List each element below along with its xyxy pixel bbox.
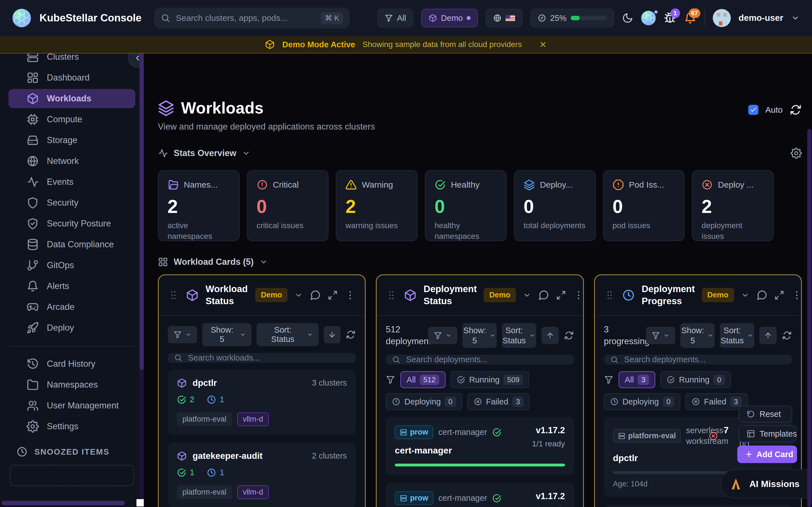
more-options-icon[interactable] [791,290,802,301]
refresh-icon[interactable] [346,330,356,340]
page-scrollbar[interactable] [807,129,811,507]
chip-failed[interactable]: Failed3 [467,393,530,410]
sidebar-item-alerts[interactable]: Alerts [8,277,135,296]
funnel-icon [604,375,613,385]
zoom-control[interactable]: 25% [530,9,614,27]
sort-select[interactable]: Sort: Status [720,323,754,348]
check-circle-icon [177,395,186,404]
comment-icon[interactable] [538,290,549,301]
templates-button[interactable]: Templates [739,425,797,442]
sort-select[interactable]: Sort: Status [257,323,319,346]
expand-icon[interactable] [327,290,338,300]
drag-handle-icon[interactable] [168,290,179,301]
sidebar-item-security-posture[interactable]: Security Posture [8,214,135,233]
drag-handle-icon[interactable] [386,290,397,301]
global-search[interactable]: ⌘ K [154,8,350,29]
refresh-icon[interactable] [782,330,792,341]
banner-close-icon[interactable] [539,40,547,49]
chip-running[interactable]: Running509 [451,371,529,388]
sidebar-item-dashboard[interactable]: Dashboard [8,68,135,87]
deployment-item-cert-manager[interactable]: prow cert-manager cert-manager v1.17.2 1… [386,417,574,475]
refresh-icon[interactable] [790,104,802,116]
sidebar-horizontal-scrollbar[interactable] [2,501,124,505]
ai-missions-button[interactable]: AI Missions [721,469,812,499]
deployment-search-input[interactable] [624,355,786,364]
more-options-icon[interactable] [345,290,356,301]
notifications-button[interactable]: 67 [684,12,696,24]
progress-item-gatekeeper-audit[interactable]: vllm-d gatekeeper-system gatekeeper-audi… [604,505,792,507]
check-circle-icon [492,428,502,437]
filter-button[interactable] [428,327,457,344]
snoozed-drop-zone[interactable] [10,465,134,486]
chip-failed[interactable]: Failed3 [686,393,748,410]
workload-item-dpctlr[interactable]: dpctlr 3 clusters 2 1 platform-eval vllm… [168,370,356,435]
drag-handle-icon[interactable] [604,290,615,301]
debug-bug-button[interactable]: 1 [664,12,676,24]
dark-mode-moon-icon[interactable] [622,12,633,24]
sidebar-scrollbar-thumb[interactable] [140,36,144,370]
show-select[interactable]: Show: 5 [462,323,497,348]
add-card-button[interactable]: Add Card [737,446,797,463]
sort-select[interactable]: Sort: Status [502,323,536,348]
sidebar-item-storage[interactable]: Storage [8,131,135,150]
sidebar-item-gitops[interactable]: GitOps [8,256,135,275]
comment-icon[interactable] [756,290,767,301]
sidebar-item-security[interactable]: Security [8,193,135,212]
filter-button[interactable] [168,326,197,343]
sidebar-item-user-management[interactable]: User Management [8,396,135,415]
tag-platform-eval: platform-eval [177,412,232,426]
auto-refresh-checkbox[interactable] [748,105,758,115]
sidebar-item-card-history[interactable]: Card History [8,354,135,374]
chip-deploying[interactable]: Deploying0 [604,393,680,410]
global-search-input[interactable] [175,13,316,23]
sidebar-item-workloads[interactable]: Workloads [8,89,135,108]
sidebar-item-namespaces[interactable]: Namespaces [8,375,135,394]
chip-all[interactable]: All3 [619,371,656,388]
sort-direction-button[interactable] [541,327,559,344]
filter-all-button[interactable]: All [377,9,413,27]
chip-all[interactable]: All512 [400,371,446,388]
chevron-down-icon[interactable] [741,291,749,299]
sidebar-item-deploy[interactable]: Deploy [8,318,135,337]
show-select[interactable]: Show: 5 [680,323,715,348]
zoom-slider[interactable] [571,16,607,20]
stats-settings-gear-icon[interactable] [791,148,802,159]
comment-icon[interactable] [310,290,321,301]
stat-sublabel: warning issues [345,220,408,231]
chevron-down-icon[interactable] [523,291,531,299]
chip-deploying[interactable]: Deploying0 [386,393,462,410]
sort-direction-button[interactable] [324,326,341,343]
show-select[interactable]: Show: 5 [202,323,252,346]
workload-search[interactable] [168,353,356,363]
workload-search-input[interactable] [188,353,350,363]
sidebar-item-arcade[interactable]: Arcade [8,297,135,317]
sidebar-item-events[interactable]: Events [8,172,135,191]
filter-button[interactable] [646,327,675,344]
sidebar-item-settings[interactable]: Settings [8,417,135,436]
refresh-icon[interactable] [564,330,574,341]
deployment-search-input[interactable] [405,355,567,364]
expand-icon[interactable] [774,290,784,300]
sort-direction-button[interactable] [759,327,777,344]
chevron-down-icon[interactable] [294,291,303,299]
more-options-icon[interactable] [573,290,583,301]
deployment-search[interactable] [386,355,574,364]
user-avatar[interactable] [713,9,731,27]
deployment-item-cainjector[interactable]: prow cert-manager cert-manager-cainjecto… [386,483,574,507]
reset-button[interactable]: Reset [739,406,792,422]
user-menu-chevron-icon[interactable] [791,14,800,22]
chevron-down-icon [259,258,268,266]
workload-cards-toggle[interactable]: Workload Cards (5) [158,257,802,267]
hex-avatar-button[interactable]: ✦ [641,11,656,25]
sidebar-divider [8,346,135,346]
expand-icon[interactable] [556,290,566,300]
sidebar-item-data-compliance[interactable]: Data Compliance [8,235,135,254]
sidebar-item-compute[interactable]: Compute [8,110,135,129]
stats-overview-toggle[interactable]: Stats Overview [158,148,802,159]
language-button[interactable] [486,9,522,27]
workload-item-gatekeeper-audit[interactable]: gatekeeper-audit 2 clusters 1 1 platform… [168,443,356,507]
deployment-search[interactable] [604,355,792,364]
sidebar-item-network[interactable]: Network [8,152,135,171]
demo-mode-button[interactable]: Demo [421,9,478,27]
chip-running[interactable]: Running0 [660,371,731,388]
